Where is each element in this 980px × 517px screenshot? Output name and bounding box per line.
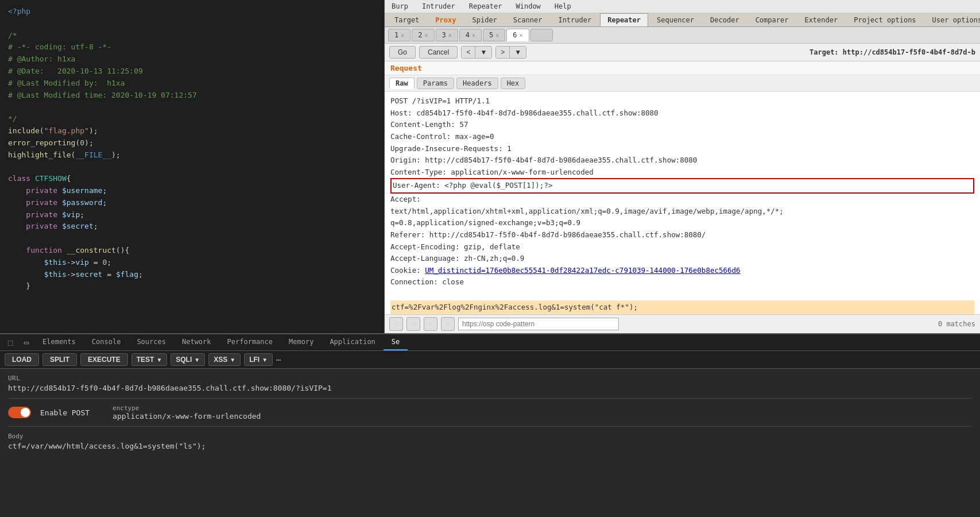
nav-forward-button[interactable]: > [496, 47, 510, 58]
rep-tab-more[interactable]: ... [530, 29, 553, 41]
http-line-16: Connection: close [390, 276, 974, 288]
tab-proxy[interactable]: Proxy [428, 13, 463, 26]
rep-tab-6-close[interactable]: × [520, 32, 523, 38]
hackbar-load-button[interactable]: LOAD [5, 353, 39, 366]
devtools-cursor-icon[interactable]: ⬚ [2, 334, 18, 350]
menu-help[interactable]: Help [552, 1, 574, 11]
body-value[interactable]: ctf=/var/www/html/access.log&1=system("l… [8, 442, 972, 450]
php-vip-assign: $this->vip = 0; [8, 258, 111, 267]
url-value[interactable]: http://cd854b17-f5f0-4b4f-8d7d-b986daeae… [8, 384, 972, 392]
devtools-tab-hackbar[interactable]: Se [384, 334, 408, 350]
devtools-tab-performance[interactable]: Performance [219, 334, 281, 350]
hackbar-test-dropdown[interactable]: TEST ▼ [131, 353, 168, 366]
rep-tab-5-close[interactable]: × [495, 32, 499, 38]
menu-repeater[interactable]: Repeater [467, 1, 505, 11]
devtools-tab-elements[interactable]: Elements [34, 334, 84, 350]
devtools-tab-memory[interactable]: Memory [281, 334, 321, 350]
php-highlight: highlight_file(__FILE__); [8, 151, 121, 159]
rep-tab-3[interactable]: 3 × [436, 29, 458, 41]
toggle-knob [21, 408, 30, 417]
rep-tab-3-close[interactable]: × [448, 32, 452, 38]
enable-post-toggle[interactable] [8, 407, 31, 418]
rep-tab-5[interactable]: 5 × [483, 29, 505, 41]
subtab-headers[interactable]: Headers [456, 78, 498, 89]
http-line-11: q=0.8,application/signed-exchange;v=b3;q… [390, 217, 974, 229]
burp-menubar: Burp Intruder Repeater Window Help [385, 0, 980, 13]
request-label: Request [385, 61, 980, 75]
http-line-12: Referer: http://cd854b17-f5f0-4b4f-8d7d-… [390, 229, 974, 241]
tab-comparer[interactable]: Comparer [748, 13, 796, 26]
nav-back-button[interactable]: < [462, 47, 475, 58]
devtools-tab-sources[interactable]: Sources [129, 334, 174, 350]
php-class-def: class CTFSHOW{ [8, 174, 71, 183]
tab-sequencer[interactable]: Sequencer [649, 13, 702, 26]
search-forward-button[interactable]: > [424, 317, 437, 331]
hackbar-xss-dropdown[interactable]: XSS ▼ [208, 353, 241, 366]
request-subtabs: Raw Params Headers Hex [385, 75, 980, 92]
tab-extender[interactable]: Extender [797, 13, 845, 26]
devtools-phone-icon[interactable]: ▭ [18, 334, 34, 350]
body-label: Body [8, 433, 972, 440]
hackbar-post-row: Enable POST enctype application/x-www-fo… [8, 404, 972, 420]
search-input[interactable] [458, 318, 619, 330]
nav-forward-dropdown[interactable]: ▼ [510, 47, 526, 58]
tab-user-options[interactable]: User options [925, 13, 980, 26]
http-request-content[interactable]: POST /?isVIP=1 HTTP/1.1 Host: cd854b17-f… [385, 92, 980, 314]
tab-spider[interactable]: Spider [464, 13, 504, 26]
rep-tab-6[interactable]: 6 × [506, 29, 529, 41]
subtab-params[interactable]: Params [417, 78, 454, 89]
devtools-tab-network[interactable]: Network [174, 334, 219, 350]
hackbar-execute-button[interactable]: EXECUTE [80, 353, 128, 366]
tab-decoder[interactable]: Decoder [703, 13, 747, 26]
http-line-13: Accept-Encoding: gzip, deflate [390, 241, 974, 253]
http-line-3: Content-Length: 57 [390, 119, 974, 131]
hackbar-lfi-dropdown[interactable]: LFI ▼ [244, 353, 273, 366]
http-line-5: Upgrade-Insecure-Requests: 1 [390, 143, 974, 155]
tab-scanner[interactable]: Scanner [506, 13, 550, 26]
menu-window[interactable]: Window [514, 1, 543, 11]
php-prop-username: private $username; [8, 186, 107, 195]
nav-back-dropdown[interactable]: ▼ [475, 47, 491, 58]
php-construct: function __construct(){ [8, 246, 129, 254]
rep-tab-2-close[interactable]: × [425, 32, 428, 38]
devtools-tab-application[interactable]: Application [321, 334, 383, 350]
http-line-10: text/html,application/xhtml+xml,applicat… [390, 206, 974, 218]
enctype-label: enctype [113, 404, 261, 412]
cookie-value[interactable]: UM_distinctid=176e0b8ec55541-0df28422a17… [425, 266, 740, 275]
php-secret-assign: $this->secret = $flag; [8, 270, 143, 279]
rep-tab-2[interactable]: 2 × [412, 29, 434, 41]
rep-tab-4[interactable]: 4 × [459, 29, 482, 41]
php-error-reporting: error_reporting(0); [8, 138, 94, 147]
search-back-button[interactable]: < [406, 317, 420, 331]
matches-count: 0 matches [938, 320, 975, 328]
rep-tab-1-close[interactable]: × [401, 32, 404, 38]
repeater-numbered-tabs: 1 × 2 × 3 × 4 × 5 × 6 × ... [385, 27, 980, 44]
search-next-button[interactable]: + [441, 317, 455, 331]
tab-repeater[interactable]: Repeater [600, 13, 648, 26]
tab-project-options[interactable]: Project options [846, 13, 923, 26]
subtab-raw[interactable]: Raw [389, 78, 415, 89]
menu-intruder[interactable]: Intruder [420, 1, 458, 11]
cancel-button[interactable]: Cancel [419, 46, 458, 59]
go-button[interactable]: Go [389, 46, 416, 59]
burp-main-tabs: Target Proxy Spider Scanner Intruder Rep… [385, 13, 980, 27]
hackbar-more-icon[interactable]: ⋯ [276, 355, 281, 364]
rep-tab-1[interactable]: 1 × [388, 29, 410, 41]
http-line-14: Accept-Language: zh-CN,zh;q=0.9 [390, 253, 974, 265]
hackbar-sqli-dropdown[interactable]: SQLI ▼ [171, 353, 205, 366]
rep-tab-4-close[interactable]: × [472, 32, 475, 38]
tab-target[interactable]: Target [387, 13, 427, 26]
menu-burp[interactable]: Burp [389, 1, 410, 11]
http-line-9: Accept: [390, 194, 974, 206]
subtab-hex[interactable]: Hex [501, 78, 526, 89]
tab-intruder[interactable]: Intruder [551, 13, 599, 26]
nav-forward-group: > ▼ [495, 46, 526, 59]
http-line-4: Cache-Control: max-age=0 [390, 131, 974, 143]
http-line-1: POST /?isVIP=1 HTTP/1.1 [390, 95, 974, 107]
hackbar-split-button[interactable]: SPLIT [42, 353, 77, 366]
devtools-tab-console[interactable]: Console [84, 334, 129, 350]
search-prev-button[interactable]: ? [389, 317, 403, 331]
http-blank [390, 288, 974, 300]
php-close-construct: } [8, 281, 30, 290]
hackbar-content: URL http://cd854b17-f5f0-4b4f-8d7d-b986d… [0, 369, 980, 517]
